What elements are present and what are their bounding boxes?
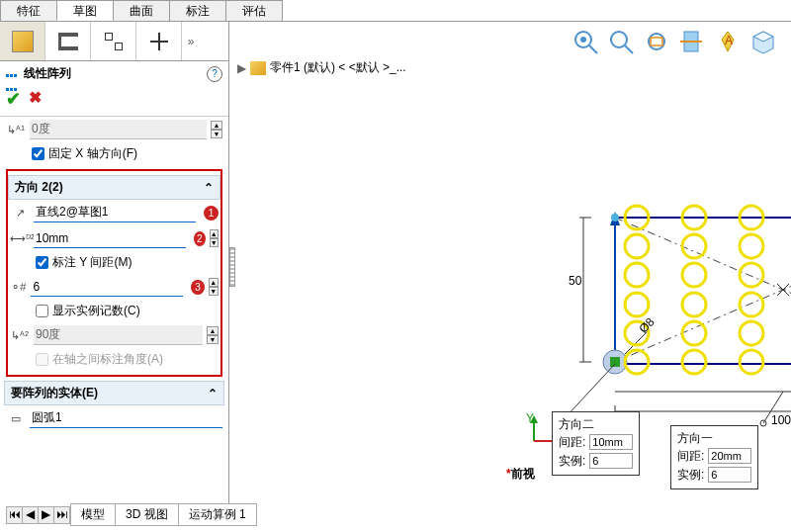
- splitter-handle[interactable]: [229, 247, 235, 287]
- svg-line-4: [625, 45, 633, 53]
- box2-dist[interactable]: [708, 448, 751, 464]
- appearance-icon[interactable]: A: [714, 28, 744, 57]
- svg-point-48: [682, 263, 706, 287]
- svg-point-42: [682, 234, 706, 258]
- svg-point-67: [740, 350, 763, 374]
- pattern-icon: [6, 67, 20, 81]
- breadcrumb-text[interactable]: 零件1 (默认) < <默认 >_...: [270, 59, 406, 76]
- box1-count[interactable]: [589, 453, 633, 469]
- angle2-icon: ↳ᴬ²: [10, 329, 30, 342]
- ent-icon: ▭: [6, 412, 26, 425]
- tree-icon: [105, 33, 123, 50]
- cancel-button[interactable]: ✖: [29, 88, 42, 110]
- axis-y: Y: [526, 411, 534, 425]
- entity-input[interactable]: [30, 408, 222, 428]
- show-num-label: 显示实例记数(C): [52, 303, 140, 319]
- show-num-check[interactable]: [36, 305, 48, 317]
- svg-point-65: [625, 350, 649, 374]
- breadcrumb-back[interactable]: ▶: [237, 61, 246, 75]
- info-box-dir1: 方向一 间距: 实例:: [670, 425, 758, 489]
- dist-icon: ⟷ᴰ²: [10, 232, 30, 245]
- zoom-gear-icon[interactable]: [571, 28, 601, 57]
- angle-spinner[interactable]: ▲▼: [211, 121, 222, 138]
- badge-3: 3: [191, 280, 204, 295]
- svg-point-41: [625, 234, 649, 258]
- side-tab-tree[interactable]: [91, 22, 136, 60]
- angle-icon: ↳ᴬ¹: [6, 124, 26, 136]
- svg-point-66: [682, 350, 706, 374]
- fix-x-check[interactable]: [32, 147, 44, 160]
- count-spinner[interactable]: ▲▼: [209, 278, 219, 296]
- tab-feature[interactable]: 特征: [0, 0, 57, 21]
- footer-tab-model[interactable]: 模型: [70, 503, 116, 526]
- side-expand[interactable]: »: [182, 22, 200, 60]
- tab-surface[interactable]: 曲面: [113, 0, 170, 21]
- count-icon: ⚬#: [10, 281, 27, 294]
- section-entities[interactable]: 要阵列的实体(E)⌃: [4, 381, 224, 405]
- side-tab-feature[interactable]: [0, 22, 45, 60]
- angle-input[interactable]: [30, 120, 207, 139]
- footer-nav[interactable]: ⏮◀▶⏭: [6, 506, 71, 524]
- svg-line-32: [566, 364, 615, 417]
- tab-annot[interactable]: 标注: [169, 0, 226, 21]
- tab-sketch[interactable]: 草图: [56, 0, 114, 21]
- mark-y-check[interactable]: [36, 256, 48, 269]
- box2-count[interactable]: [708, 467, 751, 483]
- svg-point-3: [611, 32, 627, 47]
- dim-width: 100: [771, 413, 791, 427]
- svg-point-54: [682, 293, 706, 316]
- view-label: 前视: [506, 466, 535, 483]
- badge-1: 1: [204, 206, 219, 221]
- svg-point-25: [611, 214, 619, 222]
- svg-line-2: [589, 45, 597, 53]
- view-cube-icon[interactable]: [749, 28, 779, 57]
- badge-2: 2: [194, 231, 206, 246]
- count-input[interactable]: [31, 277, 183, 297]
- dim-height: 50: [569, 274, 581, 288]
- footer-tab-motion[interactable]: 运动算例 1: [178, 503, 257, 526]
- side-tab-origin[interactable]: [136, 22, 182, 60]
- fix-x-label: 固定 X 轴方向(F): [48, 145, 137, 162]
- svg-point-1: [580, 37, 586, 43]
- section-icon[interactable]: [678, 28, 708, 57]
- svg-text:A: A: [725, 34, 733, 47]
- svg-point-49: [740, 263, 763, 287]
- section-dir2[interactable]: 方向 2(2)⌃: [8, 175, 220, 200]
- svg-point-60: [682, 321, 706, 345]
- dir-icon: ↗: [10, 207, 30, 220]
- side-tab-list[interactable]: [45, 22, 91, 60]
- cube-icon: [12, 31, 34, 52]
- svg-point-55: [740, 293, 763, 316]
- mark-ang-label: 在轴之间标注角度(A): [52, 351, 163, 368]
- svg-point-47: [625, 263, 649, 287]
- info-box-dir2: 方向二 间距: 实例:: [552, 411, 640, 476]
- canvas-area[interactable]: A ▶ 零件1 (默认) < <默认 >_...: [229, 22, 791, 506]
- panel-title: 线性阵列: [24, 65, 71, 82]
- tab-eval[interactable]: 评估: [225, 0, 283, 21]
- mark-y-label: 标注 Y 间距(M): [52, 254, 132, 271]
- svg-point-61: [740, 321, 763, 345]
- angle2-spinner: ▲▼: [207, 326, 219, 344]
- footer-tab-3d[interactable]: 3D 视图: [115, 503, 179, 526]
- angle2-input: [34, 325, 203, 345]
- list-icon: [58, 33, 78, 50]
- cross-icon: [150, 33, 168, 50]
- zoom-fit-icon[interactable]: [643, 28, 672, 57]
- svg-point-43: [740, 234, 763, 258]
- help-icon[interactable]: ?: [207, 66, 222, 82]
- ok-button[interactable]: ✔: [6, 88, 21, 110]
- svg-point-53: [625, 293, 649, 316]
- edge-input[interactable]: [34, 203, 196, 222]
- svg-rect-6: [651, 38, 662, 45]
- part-icon: [250, 61, 266, 75]
- svg-rect-24: [610, 357, 620, 367]
- mark-ang-check: [36, 353, 48, 366]
- dist-input[interactable]: [34, 228, 186, 248]
- sketch-drawing: [546, 190, 791, 427]
- zoom-icon[interactable]: [607, 28, 637, 57]
- box1-dist[interactable]: [589, 434, 633, 450]
- dist-spinner[interactable]: ▲▼: [210, 229, 219, 247]
